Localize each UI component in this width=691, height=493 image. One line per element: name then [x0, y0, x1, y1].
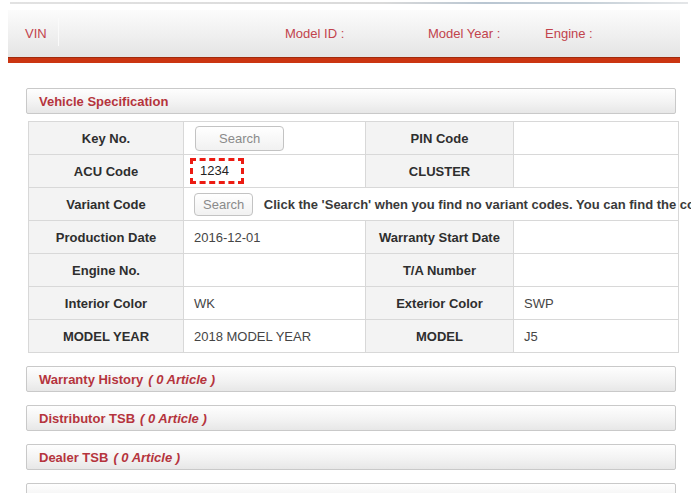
red-accent-bar — [8, 57, 680, 63]
warranty-history-title: Warranty History — [39, 372, 143, 387]
interior-color-label: Interior Color — [29, 287, 184, 320]
vehicle-spec-page: VIN Model ID : Model Year : Engine : Veh… — [0, 0, 691, 493]
distributor-tsb-title: Distributor TSB — [39, 411, 135, 426]
warranty-start-date-label: Warranty Start Date — [366, 221, 514, 254]
production-date-value: 2016-12-01 — [184, 221, 366, 254]
table-row-model-year: MODEL YEAR 2018 MODEL YEAR MODEL J5 — [29, 320, 679, 353]
acu-code-value-cell: 1234 — [184, 155, 366, 188]
engine-no-label: Engine No. — [29, 254, 184, 287]
warranty-history-section-header[interactable]: Warranty History ( 0 Article ) — [26, 366, 676, 392]
top-divider-line — [10, 2, 688, 4]
variant-code-helper-note: Click the 'Search' when you find no vari… — [264, 197, 691, 212]
variant-code-search-button[interactable]: Search — [194, 193, 253, 216]
interior-color-value: WK — [184, 287, 366, 320]
cluster-label: CLUSTER — [366, 155, 514, 188]
next-section-header-partial[interactable] — [26, 483, 676, 493]
dealer-tsb-title: Dealer TSB — [39, 450, 108, 465]
table-row-acu-code: ACU Code 1234 CLUSTER — [29, 155, 679, 188]
table-row-interior-color: Interior Color WK Exterior Color SWP — [29, 287, 679, 320]
ta-number-label: T/A Number — [366, 254, 514, 287]
pin-code-label: PIN Code — [366, 122, 514, 155]
dealer-tsb-section-header[interactable]: Dealer TSB ( 0 Article ) — [26, 444, 676, 470]
production-date-label: Production Date — [29, 221, 184, 254]
model-row-value: J5 — [514, 320, 679, 353]
variant-code-label: Variant Code — [29, 188, 184, 221]
variant-code-value-cell: Search Click the 'Search' when you find … — [184, 188, 679, 221]
table-row-key-no: Key No. Search PIN Code — [29, 122, 679, 155]
vehicle-specification-section-header: Vehicle Specification — [26, 88, 676, 114]
cluster-value — [514, 155, 679, 188]
vin-label: VIN — [25, 26, 47, 41]
warranty-start-date-value — [514, 221, 679, 254]
model-year-label: Model Year : — [428, 26, 500, 41]
model-row-label: MODEL — [366, 320, 514, 353]
model-year-row-label: MODEL YEAR — [29, 320, 184, 353]
model-year-row-value: 2018 MODEL YEAR — [184, 320, 366, 353]
key-no-search-button[interactable]: Search — [195, 126, 284, 151]
pin-code-value — [514, 122, 679, 155]
model-id-label: Model ID : — [285, 26, 344, 41]
acu-code-label: ACU Code — [29, 155, 184, 188]
vehicle-spec-table: Key No. Search PIN Code ACU Code 1234 CL… — [28, 121, 679, 353]
engine-no-value — [184, 254, 366, 287]
table-row-engine-no: Engine No. T/A Number — [29, 254, 679, 287]
acu-code-value-highlight-box: 1234 — [190, 158, 244, 184]
dealer-tsb-count: ( 0 Article ) — [113, 450, 180, 465]
vehicle-specification-title: Vehicle Specification — [39, 94, 168, 109]
warranty-history-count: ( 0 Article ) — [148, 372, 215, 387]
table-row-production-date: Production Date 2016-12-01 Warranty Star… — [29, 221, 679, 254]
engine-label: Engine : — [545, 26, 593, 41]
vehicle-summary-header: VIN Model ID : Model Year : Engine : — [8, 10, 680, 57]
table-row-variant-code: Variant Code Search Click the 'Search' w… — [29, 188, 679, 221]
distributor-tsb-count: ( 0 Article ) — [140, 411, 207, 426]
key-no-value-cell: Search — [184, 122, 366, 155]
key-no-label: Key No. — [29, 122, 184, 155]
header-divider — [58, 18, 59, 46]
exterior-color-label: Exterior Color — [366, 287, 514, 320]
exterior-color-value: SWP — [514, 287, 679, 320]
distributor-tsb-section-header[interactable]: Distributor TSB ( 0 Article ) — [26, 405, 676, 431]
ta-number-value — [514, 254, 679, 287]
